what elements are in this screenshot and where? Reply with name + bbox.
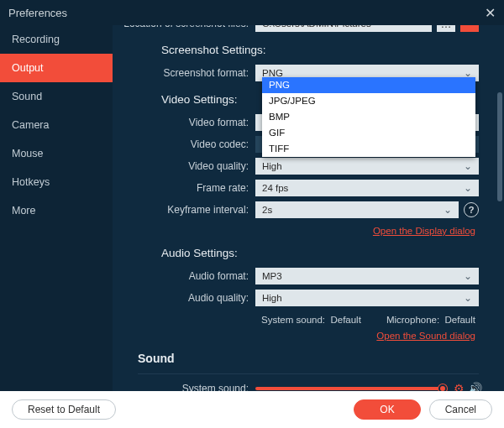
sidebar-item-label: Recording [12,34,60,45]
keyframe-select[interactable]: 2s⌄ [255,201,459,218]
system-sound-slider[interactable] [255,387,447,390]
audio-settings-heading: Audio Settings: [113,238,494,266]
sidebar-item-output[interactable]: Output [0,54,113,82]
sidebar-item-label: Sound [12,91,42,102]
scrollbar-thumb[interactable] [497,92,502,201]
dropdown-option-gif[interactable]: GIF [262,125,475,141]
screenshot-settings-heading: Screenshot Settings: [113,35,494,63]
close-icon[interactable]: ✕ [485,5,496,21]
video-codec-label: Video codec: [113,138,255,150]
open-sound-dialog-link[interactable]: Open the Sound dialog [376,331,475,341]
chevron-down-icon: ⌄ [464,292,472,304]
sidebar-item-label: Camera [12,119,49,131]
dropdown-option-tiff[interactable]: TIFF [262,141,475,157]
slider-knob[interactable] [438,384,447,391]
screenshot-location-field[interactable]: C:\Users\ADMIN\Pictures [255,25,432,32]
video-format-label: Video format: [113,117,255,128]
video-quality-select[interactable]: High⌄ [255,158,479,175]
sidebar-item-camera[interactable]: Camera [0,111,113,139]
screenshot-location-label: Location of screenshot files: [113,25,255,29]
chevron-down-icon: ⌄ [464,270,472,282]
open-display-dialog-link[interactable]: Open the Display dialog [373,226,475,236]
keyframe-label: Keyframe interval: [113,204,255,216]
screenshot-format-dropdown[interactable]: PNG JPG/JPEG BMP GIF TIFF [262,77,475,157]
speaker-icon[interactable]: 🔊 [468,382,482,391]
dropdown-option-png[interactable]: PNG [262,77,475,93]
sidebar-item-label: Hotkeys [12,176,50,188]
sidebar-item-label: Mouse [12,148,44,159]
frame-rate-select[interactable]: 24 fps⌄ [255,180,479,196]
sound-heading: Sound [113,343,494,372]
audio-defaults-row: System sound: Default Microphone: Defaul… [113,310,494,326]
cancel-button[interactable]: Cancel [429,399,492,420]
sidebar-item-recording[interactable]: Recording [0,25,113,54]
main-panel: Location of screenshot files: C:\Users\A… [113,25,504,391]
gear-icon[interactable]: ⚙ [454,382,465,391]
sidebar-item-hotkeys[interactable]: Hotkeys [0,168,113,196]
audio-quality-select[interactable]: High⌄ [255,290,479,306]
screenshot-format-label: Screenshot format: [113,67,255,79]
chevron-down-icon: ⌄ [464,182,472,194]
preferences-window: Preferences ✕ Recording Output Sound Cam… [0,0,504,428]
sidebar-item-mouse[interactable]: Mouse [0,139,113,168]
body: Recording Output Sound Camera Mouse Hotk… [0,25,504,391]
help-icon[interactable]: ? [464,202,479,217]
sidebar: Recording Output Sound Camera Mouse Hotk… [0,25,113,391]
window-title: Preferences [8,7,67,19]
audio-quality-label: Audio quality: [113,292,255,304]
chevron-down-icon: ⌄ [464,160,472,172]
reset-to-default-button[interactable]: Reset to Default [12,399,116,420]
video-quality-label: Video quality: [113,160,255,172]
sidebar-item-more[interactable]: More [0,196,113,225]
footer: Reset to Default OK Cancel [0,391,504,428]
dropdown-option-jpg[interactable]: JPG/JPEG [262,93,475,109]
system-sound-label: System sound: [113,383,255,391]
browse-button[interactable]: … [437,25,455,32]
ok-button[interactable]: OK [354,399,420,420]
sidebar-item-sound[interactable]: Sound [0,82,113,111]
open-folder-button[interactable] [460,25,479,32]
dropdown-option-bmp[interactable]: BMP [262,109,475,125]
sidebar-item-label: Output [12,62,44,74]
audio-format-label: Audio format: [113,270,255,282]
frame-rate-label: Frame rate: [113,182,255,194]
audio-format-select[interactable]: MP3⌄ [255,268,479,284]
chevron-down-icon: ⌄ [444,204,452,216]
titlebar: Preferences ✕ [0,0,504,25]
sidebar-item-label: More [12,205,35,217]
